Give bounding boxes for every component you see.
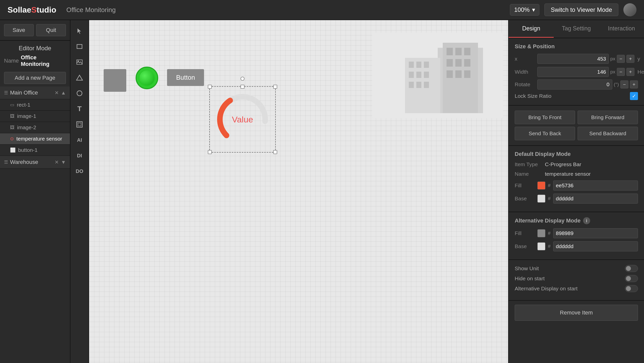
text-tool[interactable]: T bbox=[73, 102, 86, 116]
close-group-icon[interactable]: ✕ bbox=[55, 90, 59, 96]
x-increment[interactable]: + bbox=[626, 55, 634, 63]
handle-top-right[interactable] bbox=[273, 85, 277, 89]
ai-tool[interactable]: AI bbox=[73, 133, 86, 147]
collapse-warehouse-icon[interactable]: ▼ bbox=[61, 159, 66, 165]
layer-item-image-2[interactable]: 🖼 image-2 bbox=[0, 122, 70, 133]
alt-display-start-row: Alternative Display on start bbox=[515, 285, 638, 292]
width-decrement[interactable]: − bbox=[617, 68, 625, 76]
canvas-area[interactable]: Button Value bbox=[89, 20, 508, 363]
height-label: Height bbox=[637, 69, 644, 75]
frame-tool[interactable] bbox=[73, 118, 86, 131]
x-input[interactable] bbox=[537, 54, 609, 64]
tab-tag-setting[interactable]: Tag Setting bbox=[554, 20, 599, 38]
canvas-image-building[interactable] bbox=[372, 33, 503, 118]
editor-mode-title: Editor Mode bbox=[4, 45, 66, 52]
x-decrement[interactable]: − bbox=[617, 55, 625, 63]
bring-to-front-button[interactable]: Bring To Front bbox=[515, 111, 575, 124]
avatar bbox=[623, 3, 636, 16]
show-unit-toggle[interactable] bbox=[625, 265, 638, 272]
right-panel: Design Tag Setting Interaction Size & Po… bbox=[508, 20, 644, 363]
main-layout: Save Quit Editor Mode Name Office Monito… bbox=[0, 20, 644, 363]
handle-bottom-right[interactable] bbox=[273, 150, 277, 154]
alt-fill-swatch[interactable] bbox=[537, 229, 545, 237]
size-position-grid: x px − + y px − + bbox=[515, 54, 638, 77]
di-tool[interactable]: DI bbox=[73, 149, 86, 162]
canvas-circle-item[interactable] bbox=[136, 67, 158, 89]
tool-sidebar: T AI DI DO bbox=[70, 20, 89, 363]
editor-mode-section: Editor Mode Name Office Monitoring bbox=[0, 41, 70, 69]
do-tool[interactable]: DO bbox=[73, 164, 86, 178]
width-label: Width bbox=[515, 69, 535, 75]
base-color-input[interactable]: dddddd bbox=[553, 194, 638, 204]
project-name: Office Monitoring bbox=[66, 6, 510, 14]
rotate-handle[interactable] bbox=[240, 77, 245, 81]
image-tool[interactable] bbox=[73, 55, 86, 69]
alt-base-swatch[interactable] bbox=[537, 242, 545, 250]
quit-button[interactable]: Quit bbox=[36, 24, 66, 36]
bring-forward-button[interactable]: Bring Forward bbox=[578, 111, 638, 124]
canvas-rect-item[interactable] bbox=[104, 69, 126, 92]
app-logo: SollaeStudio bbox=[8, 5, 56, 15]
add-page-button[interactable]: Add a new Page bbox=[4, 72, 66, 84]
svg-rect-25 bbox=[409, 82, 414, 88]
lock-size-ratio-label: Lock Size Ratio bbox=[515, 93, 551, 99]
close-warehouse-icon[interactable]: ✕ bbox=[55, 159, 59, 165]
rotate-increment[interactable]: + bbox=[630, 80, 638, 88]
alt-base-input[interactable]: dddddd bbox=[553, 241, 638, 251]
svg-point-2 bbox=[78, 61, 79, 62]
item-type-label: Item Type bbox=[515, 161, 545, 167]
svg-rect-21 bbox=[424, 62, 429, 68]
x-input-wrap: px − + bbox=[537, 54, 634, 64]
handle-bottom-left[interactable] bbox=[208, 150, 212, 154]
layer-tree: ☰ Main Office ✕ ▲ ▭ rect-1 🖼 image-1 🖼 i… bbox=[0, 86, 70, 363]
save-button[interactable]: Save bbox=[4, 24, 34, 36]
switch-viewer-button[interactable]: Switch to Viewer Mode bbox=[544, 4, 618, 16]
zoom-selector[interactable]: 100% ▾ bbox=[510, 4, 539, 16]
fill-color-swatch[interactable] bbox=[537, 182, 545, 190]
layer-item-rect-1[interactable]: ▭ rect-1 bbox=[0, 99, 70, 111]
canvas-button-item[interactable]: Button bbox=[167, 69, 204, 86]
width-input[interactable] bbox=[537, 67, 609, 77]
layer-item-button-1[interactable]: ⬜ button-1 bbox=[0, 145, 70, 156]
circle-tool[interactable] bbox=[73, 86, 86, 100]
width-increment[interactable]: + bbox=[626, 68, 634, 76]
svg-rect-5 bbox=[78, 123, 81, 126]
collapse-group-icon[interactable]: ▲ bbox=[61, 90, 66, 96]
size-position-section: Size & Position x px − + y px bbox=[509, 38, 644, 106]
avatar-image bbox=[623, 3, 636, 16]
select-tool[interactable] bbox=[73, 24, 86, 38]
list-icon-2: ☰ bbox=[4, 159, 8, 165]
tab-design[interactable]: Design bbox=[509, 20, 554, 38]
layer-item-image-1[interactable]: 🖼 image-1 bbox=[0, 111, 70, 122]
svg-rect-9 bbox=[447, 48, 453, 55]
layer-name-temperature-sensor: temperature sensor bbox=[16, 136, 66, 142]
fill-color-row: Fill # ee5736 bbox=[515, 180, 638, 191]
lock-size-ratio-checkbox[interactable] bbox=[630, 92, 638, 100]
send-backward-button[interactable]: Send Backward bbox=[578, 127, 638, 140]
svg-rect-16 bbox=[455, 70, 462, 78]
rectangle-tool[interactable] bbox=[73, 40, 86, 53]
handle-top-center[interactable] bbox=[240, 85, 245, 89]
rotate-decrement[interactable]: − bbox=[620, 80, 628, 88]
x-label: x bbox=[515, 56, 535, 62]
base-color-swatch[interactable] bbox=[537, 195, 545, 203]
layer-group-header-warehouse[interactable]: ☰ Warehouse ✕ ▼ bbox=[0, 156, 70, 169]
remove-item-button[interactable]: Remove Item bbox=[515, 305, 638, 321]
alt-fill-input[interactable]: 898989 bbox=[553, 228, 638, 238]
tab-interaction[interactable]: Interaction bbox=[599, 20, 644, 38]
svg-rect-24 bbox=[424, 72, 429, 78]
svg-rect-26 bbox=[416, 82, 421, 88]
width-input-wrap: px − + bbox=[537, 67, 634, 77]
layer-item-temperature-sensor[interactable]: ⊙ temperature sensor bbox=[0, 133, 70, 145]
triangle-tool[interactable] bbox=[73, 71, 86, 84]
svg-rect-27 bbox=[424, 82, 429, 88]
fill-color-input[interactable]: ee5736 bbox=[553, 180, 638, 191]
alt-display-start-toggle[interactable] bbox=[625, 285, 638, 292]
hide-on-start-toggle[interactable] bbox=[625, 275, 638, 282]
progress-circle-container[interactable]: Value bbox=[212, 89, 273, 150]
handle-top-left[interactable] bbox=[208, 85, 212, 89]
send-to-back-button[interactable]: Send To Back bbox=[515, 127, 575, 140]
alt-base-label: Base bbox=[515, 243, 535, 249]
layer-group-header-main-office[interactable]: ☰ Main Office ✕ ▲ bbox=[0, 86, 70, 99]
rotate-input[interactable] bbox=[537, 79, 612, 89]
